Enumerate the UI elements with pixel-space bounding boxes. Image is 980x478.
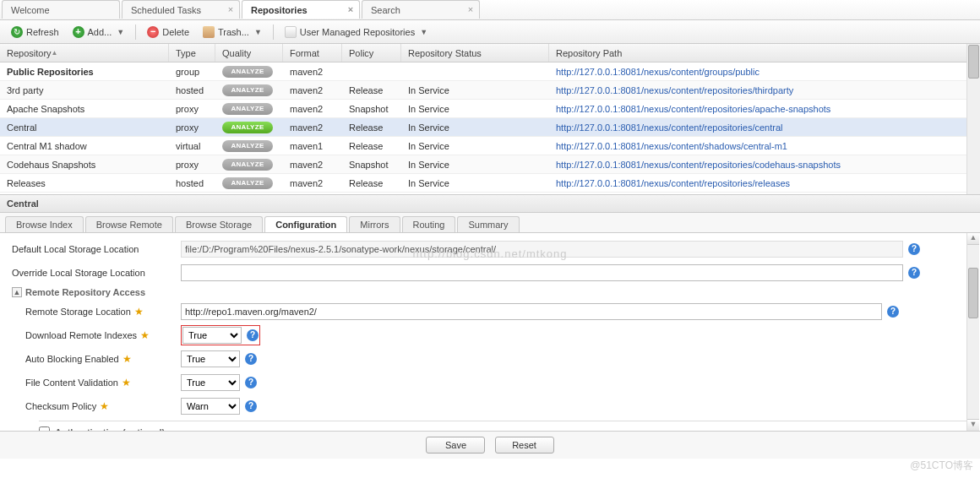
repo-path-link[interactable]: http://127.0.0.1:8081/nexus/content/grou… bbox=[556, 67, 760, 77]
repo-path-link[interactable]: http://127.0.0.1:8081/nexus/content/repo… bbox=[556, 104, 830, 114]
cell-type: virtual bbox=[169, 141, 215, 151]
authentication-label: Authentication (optional) bbox=[55, 427, 165, 432]
scroll-up-icon[interactable]: ▲ bbox=[967, 233, 979, 245]
help-icon[interactable] bbox=[887, 306, 899, 318]
repo-path-link[interactable]: http://127.0.0.1:8081/nexus/content/repo… bbox=[556, 178, 790, 188]
delete-button[interactable]: Delete bbox=[141, 24, 195, 41]
trash-button[interactable]: Trash...▼ bbox=[197, 24, 268, 41]
required-icon: ★ bbox=[134, 306, 144, 318]
col-repository[interactable]: Repository bbox=[0, 44, 169, 62]
user-repos-button[interactable]: User Managed Repositories▼ bbox=[279, 24, 433, 41]
col-path[interactable]: Repository Path bbox=[549, 44, 980, 62]
scrollbar-thumb[interactable] bbox=[968, 45, 979, 79]
help-icon[interactable] bbox=[247, 329, 259, 341]
checksum-policy-select[interactable]: Warn bbox=[181, 398, 240, 415]
auto-blocking-select[interactable]: True bbox=[181, 350, 240, 367]
save-button[interactable]: Save bbox=[426, 437, 485, 454]
analyze-button[interactable]: ANALYZE bbox=[222, 177, 273, 189]
subtab-browse-remote[interactable]: Browse Remote bbox=[85, 216, 173, 232]
tab-scheduled-tasks[interactable]: Scheduled Tasks× bbox=[122, 0, 240, 19]
help-icon[interactable] bbox=[245, 353, 257, 365]
btn-label: Refresh bbox=[26, 27, 59, 37]
subtab-browse-index[interactable]: Browse Index bbox=[5, 216, 84, 232]
close-icon[interactable]: × bbox=[466, 4, 476, 14]
col-quality[interactable]: Quality bbox=[215, 44, 283, 62]
help-icon[interactable] bbox=[245, 377, 257, 388]
cell-repository: 3rd party bbox=[0, 85, 169, 95]
close-icon[interactable]: × bbox=[346, 4, 356, 14]
delete-icon bbox=[147, 26, 159, 38]
grid-body: Public RepositoriesgroupANALYZEmaven2htt… bbox=[0, 62, 980, 193]
chevron-down-icon: ▼ bbox=[117, 28, 124, 36]
refresh-button[interactable]: Refresh bbox=[5, 24, 65, 41]
override-local-storage-input[interactable] bbox=[181, 264, 903, 281]
help-icon[interactable] bbox=[908, 243, 920, 255]
subtab-mirrors[interactable]: Mirrors bbox=[349, 216, 400, 232]
close-icon[interactable]: × bbox=[226, 4, 236, 14]
required-icon: ★ bbox=[100, 400, 109, 412]
reset-button[interactable]: Reset bbox=[495, 437, 554, 454]
analyze-button[interactable]: ANALYZE bbox=[222, 103, 273, 115]
cell-path: http://127.0.0.1:8081/nexus/content/repo… bbox=[549, 85, 980, 95]
col-status[interactable]: Repository Status bbox=[401, 44, 549, 62]
form-scrollbar[interactable]: ▲ ▼ bbox=[966, 233, 979, 431]
remote-access-section: ▲ Remote Repository Access bbox=[12, 287, 968, 297]
col-policy[interactable]: Policy bbox=[342, 44, 401, 62]
cell-type: hosted bbox=[169, 178, 215, 188]
table-row[interactable]: 3rd partyhostedANALYZEmaven2ReleaseIn Se… bbox=[0, 81, 980, 100]
cell-repository: Central bbox=[0, 122, 169, 133]
scroll-down-icon[interactable]: ▼ bbox=[967, 419, 979, 431]
scrollbar[interactable] bbox=[966, 44, 980, 194]
subtab-browse-storage[interactable]: Browse Storage bbox=[175, 216, 263, 232]
table-row[interactable]: Codehaus SnapshotsproxyANALYZEmaven2Snap… bbox=[0, 155, 980, 174]
subtab-summary[interactable]: Summary bbox=[457, 216, 519, 232]
table-row[interactable]: CentralproxyANALYZEmaven2ReleaseIn Servi… bbox=[0, 118, 980, 137]
repo-path-link[interactable]: http://127.0.0.1:8081/nexus/content/repo… bbox=[556, 160, 841, 170]
cell-quality: ANALYZE bbox=[215, 121, 283, 133]
tab-welcome[interactable]: Welcome bbox=[2, 0, 120, 19]
authentication-checkbox[interactable] bbox=[39, 426, 50, 431]
add-button[interactable]: Add...▼ bbox=[67, 24, 131, 41]
configuration-form: Default Local Storage Location Override … bbox=[0, 233, 980, 431]
separator bbox=[135, 24, 136, 40]
table-row[interactable]: Public RepositoriesgroupANALYZEmaven2htt… bbox=[0, 62, 980, 81]
table-row[interactable]: ReleaseshostedANALYZEmaven2ReleaseIn Ser… bbox=[0, 174, 980, 193]
table-row[interactable]: Central M1 shadowvirtualANALYZEmaven1Rel… bbox=[0, 137, 980, 155]
cell-path: http://127.0.0.1:8081/nexus/content/shad… bbox=[549, 141, 980, 151]
scrollbar-thumb[interactable] bbox=[968, 268, 978, 318]
download-remote-indexes-select[interactable]: True bbox=[182, 327, 242, 344]
repo-path-link[interactable]: http://127.0.0.1:8081/nexus/content/repo… bbox=[556, 85, 793, 95]
col-type[interactable]: Type bbox=[169, 44, 215, 62]
file-content-validation-select[interactable]: True bbox=[181, 374, 240, 391]
col-format[interactable]: Format bbox=[283, 44, 342, 62]
table-row[interactable]: Apache SnapshotsproxyANALYZEmaven2Snapsh… bbox=[0, 100, 980, 118]
repo-path-link[interactable]: http://127.0.0.1:8081/nexus/content/repo… bbox=[556, 122, 782, 133]
cell-format: maven2 bbox=[283, 178, 342, 188]
subtab-routing[interactable]: Routing bbox=[402, 216, 456, 232]
help-icon[interactable] bbox=[245, 400, 257, 412]
cell-quality: ANALYZE bbox=[215, 139, 283, 152]
analyze-button[interactable]: ANALYZE bbox=[222, 140, 273, 152]
analyze-button[interactable]: ANALYZE bbox=[222, 122, 273, 133]
cell-path: http://127.0.0.1:8081/nexus/content/repo… bbox=[549, 160, 980, 170]
cell-status: In Service bbox=[401, 85, 549, 95]
cell-type: proxy bbox=[169, 160, 215, 170]
refresh-icon bbox=[11, 26, 23, 38]
subtab-configuration[interactable]: Configuration bbox=[264, 216, 347, 232]
cell-quality: ANALYZE bbox=[215, 102, 283, 115]
required-icon: ★ bbox=[122, 377, 131, 388]
remote-storage-input[interactable] bbox=[181, 303, 882, 320]
analyze-button[interactable]: ANALYZE bbox=[222, 159, 273, 171]
cell-format: maven2 bbox=[283, 160, 342, 170]
repo-path-link[interactable]: http://127.0.0.1:8081/nexus/content/shad… bbox=[556, 141, 787, 151]
cell-type: proxy bbox=[169, 122, 215, 133]
tab-label: Welcome bbox=[11, 5, 50, 15]
collapse-icon[interactable]: ▲ bbox=[12, 287, 22, 297]
tab-repositories[interactable]: Repositories× bbox=[242, 0, 360, 19]
analyze-button[interactable]: ANALYZE bbox=[222, 84, 273, 96]
cell-quality: ANALYZE bbox=[215, 84, 283, 96]
checksum-policy-label: Checksum Policy★ bbox=[25, 400, 181, 412]
help-icon[interactable] bbox=[908, 267, 920, 279]
analyze-button[interactable]: ANALYZE bbox=[222, 66, 273, 78]
tab-search[interactable]: Search× bbox=[362, 0, 480, 19]
